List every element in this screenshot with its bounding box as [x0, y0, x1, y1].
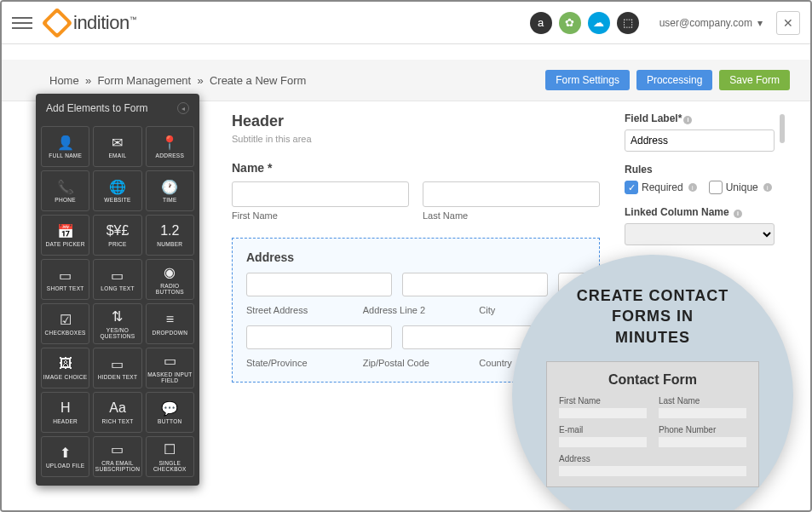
field-label-label: Field Label*i [625, 112, 775, 124]
linked-column-select[interactable] [625, 223, 775, 245]
element-icon: ⇅ [112, 308, 123, 325]
state-label: State/Province [246, 358, 353, 368]
element-label: CHECKBOXES [45, 330, 86, 336]
crumb-home[interactable]: Home [49, 74, 79, 87]
element-icon: 👤 [57, 134, 74, 151]
collapse-icon[interactable]: ◂ [177, 102, 189, 114]
crumb-form-mgmt[interactable]: Form Management [97, 74, 191, 87]
app-salesforce-icon[interactable]: ☁ [588, 12, 610, 34]
menu-icon[interactable] [12, 13, 32, 33]
info-icon[interactable]: i [734, 210, 742, 218]
processing-button[interactable]: Proccessing [636, 70, 712, 90]
tools-button[interactable]: ✕ [776, 11, 800, 35]
element-icon: 🕐 [161, 178, 178, 195]
element-cra-email-subscription[interactable]: ▭CRA EMAIL SUBSCRIPTION [93, 436, 141, 477]
element-time[interactable]: 🕐TIME [146, 170, 194, 211]
element-label: YES/NO QUESTIONS [94, 327, 141, 339]
promo-overlay: CREATE CONTACT FORMS IN MINUTES Contact … [512, 255, 793, 512]
element-upload-file[interactable]: ⬆UPLOAD FILE [41, 436, 89, 477]
info-icon[interactable]: i [688, 183, 697, 192]
element-icon: Aa [109, 400, 126, 417]
element-label: FULL NAME [49, 152, 82, 158]
element-dropdown[interactable]: ≡DROPDOWN [146, 303, 194, 344]
element-icon: ≡ [166, 311, 174, 328]
element-long-text[interactable]: ▭LONG TEXT [93, 259, 141, 300]
elements-panel: Add Elements to Form ◂ 👤FULL NAME✉EMAIL📍… [36, 94, 199, 486]
checkbox-checked-icon: ✓ [625, 181, 638, 194]
element-email[interactable]: ✉EMAIL [93, 126, 141, 167]
user-menu[interactable]: user@company.com ▾ [659, 17, 763, 29]
name-section[interactable]: Name * First Name Last Name [232, 161, 600, 221]
element-button[interactable]: 💬BUTTON [146, 392, 194, 433]
element-yes-no-questions[interactable]: ⇅YES/NO QUESTIONS [93, 303, 141, 344]
element-icon: 🌐 [109, 178, 126, 195]
chevron-down-icon: ▾ [757, 17, 763, 29]
field-label-input[interactable] [625, 129, 775, 152]
panel-title: Add Elements to Form [46, 102, 147, 114]
element-label: UPLOAD FILE [46, 463, 85, 469]
element-short-text[interactable]: ▭SHORT TEXT [41, 259, 89, 300]
app-shopify-icon[interactable]: ✿ [559, 12, 581, 34]
last-name-input[interactable] [423, 181, 600, 207]
element-website[interactable]: 🌐WEBSITE [93, 170, 141, 211]
element-image-choice[interactable]: 🖼IMAGE CHOICE [41, 348, 89, 388]
element-label: PHONE [55, 197, 76, 203]
promo-first-label: First Name [559, 396, 647, 406]
promo-card: Contact Form First Name Last Name E-mail… [546, 361, 759, 487]
save-form-button[interactable]: Save Form [719, 70, 790, 90]
element-phone[interactable]: 📞PHONE [41, 170, 89, 211]
promo-title: CREATE CONTACT FORMS IN MINUTES [577, 285, 728, 348]
first-name-input[interactable] [232, 181, 409, 207]
brand-logo[interactable]: indition™ [46, 12, 136, 34]
form-settings-button[interactable]: Form Settings [545, 70, 630, 90]
element-icon: 1.2 [160, 222, 179, 239]
header-section[interactable]: Header Subtitle in this area [232, 112, 600, 144]
element-icon: ☑ [60, 311, 72, 328]
element-masked-input-field[interactable]: ▭MASKED INPUT FIELD [146, 348, 194, 388]
element-label: TIME [163, 197, 177, 203]
info-icon[interactable]: i [683, 116, 692, 124]
element-single-checkbox[interactable]: ☐SINGLE CHECKBOX [146, 436, 194, 477]
element-header[interactable]: HHEADER [41, 392, 89, 433]
element-label: BUTTON [158, 418, 181, 424]
element-label: HEADER [53, 418, 78, 424]
scrollbar[interactable] [780, 114, 785, 233]
element-full-name[interactable]: 👤FULL NAME [41, 126, 89, 167]
element-icon: 📞 [57, 178, 74, 195]
required-check[interactable]: ✓ Requiredi [625, 181, 697, 194]
element-radio-buttons[interactable]: ◉RADIO BUTTONS [146, 259, 194, 300]
promo-last-label: Last Name [659, 396, 746, 406]
element-label: DATE PICKER [46, 241, 85, 247]
element-date-picker[interactable]: 📅DATE PICKER [41, 215, 89, 256]
info-icon[interactable]: i [763, 183, 772, 192]
header-title: Header [232, 112, 600, 130]
element-icon: 💬 [161, 400, 178, 417]
element-icon: ▭ [59, 267, 72, 284]
element-address[interactable]: 📍ADDRESS [146, 126, 194, 167]
app-amazon-icon[interactable]: a [530, 12, 552, 34]
promo-address-label: Address [559, 454, 746, 463]
element-price[interactable]: $¥£PRICE [93, 215, 141, 256]
element-label: RADIO BUTTONS [147, 283, 193, 295]
element-icon: 📅 [57, 222, 74, 239]
line2-input[interactable] [402, 273, 548, 296]
element-rich-text[interactable]: AaRICH TEXT [93, 392, 141, 433]
crumb-current: Create a New Form [210, 74, 306, 87]
linked-column-label: Linked Column Name i [625, 206, 775, 218]
element-label: RICH TEXT [102, 418, 134, 424]
street-input[interactable] [246, 273, 392, 296]
app-other-icon[interactable]: ⬚ [617, 12, 639, 34]
street-label: Street Address [246, 305, 353, 315]
rules-label: Rules [625, 164, 775, 175]
user-email: user@company.com [659, 17, 752, 29]
state-input[interactable] [246, 325, 392, 349]
element-label: EMAIL [108, 152, 126, 158]
element-hidden-text[interactable]: ▭HIDDEN TEXT [93, 348, 141, 388]
element-label: ADDRESS [156, 152, 185, 158]
header-subtitle: Subtitle in this area [232, 134, 600, 144]
breadcrumb: Home » Form Management » Create a New Fo… [49, 74, 306, 87]
element-icon: ☐ [164, 441, 176, 458]
element-number[interactable]: 1.2NUMBER [146, 215, 194, 256]
unique-check[interactable]: Uniquei [709, 181, 772, 194]
element-checkboxes[interactable]: ☑CHECKBOXES [41, 303, 89, 344]
